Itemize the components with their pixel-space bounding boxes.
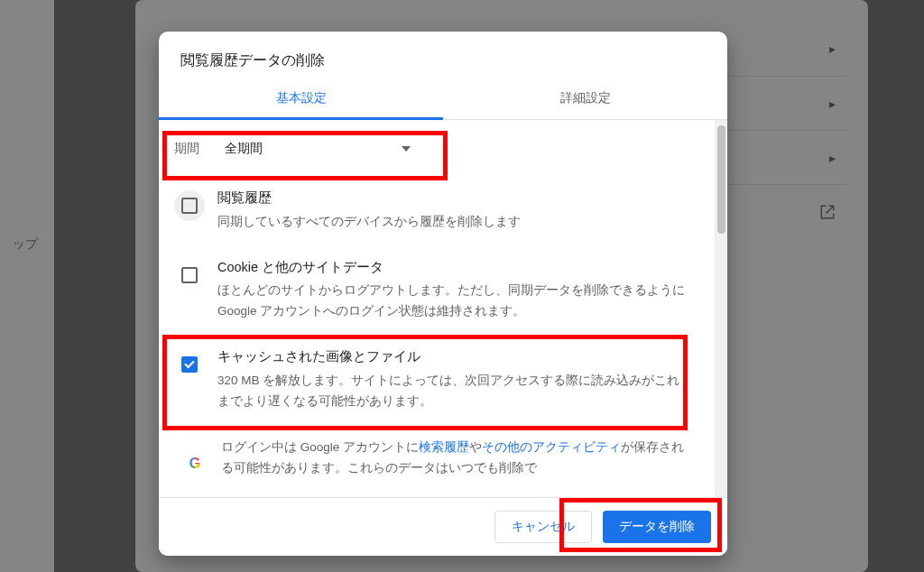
checkbox-history[interactable] (174, 190, 205, 221)
period-label: 期間 (171, 141, 199, 157)
dialog-footer: キャンセル データを削除 (159, 497, 727, 556)
tab-advanced[interactable]: 詳細設定 (443, 79, 727, 119)
chevron-down-icon (402, 146, 411, 152)
scrollbar-thumb[interactable] (717, 125, 725, 234)
checkbox-cache[interactable] (174, 349, 205, 380)
account-info-row: G ログイン中は Google アカウントに検索履歴やその他のアクティビティが保… (160, 427, 714, 479)
dialog-scroll-area[interactable]: 期間 全期間 閲覧履歴 同期しているすべてのデバイスから履歴を削除します (159, 120, 715, 497)
account-info-text: ログイン中は Google アカウントに検索履歴やその他のアクティビティが保存さ… (221, 438, 692, 479)
cancel-button[interactable]: キャンセル (494, 511, 592, 543)
period-select[interactable]: 全期間 (214, 133, 421, 165)
option-desc: 320 MB を解放します。サイトによっては、次回アクセスする際に読み込みがこれ… (217, 371, 692, 412)
link-other-activity[interactable]: その他のアクティビティ (482, 440, 621, 454)
google-logo-icon: G (185, 454, 205, 474)
vertical-scrollbar[interactable] (715, 120, 727, 497)
option-desc: 同期しているすべてのデバイスから履歴を削除します (217, 212, 692, 233)
clear-browsing-data-dialog: 閲覧履歴データの削除 基本設定 詳細設定 期間 全期間 閲覧履歴 同期しているす… (159, 32, 727, 556)
dialog-tabs: 基本設定 詳細設定 (159, 79, 727, 120)
tab-basic[interactable]: 基本設定 (159, 79, 443, 119)
period-select-value: 全期間 (225, 141, 263, 157)
dialog-title: 閲覧履歴データの削除 (159, 32, 727, 79)
checkbox-cookies[interactable] (174, 260, 205, 291)
dialog-body: 期間 全期間 閲覧履歴 同期しているすべてのデバイスから履歴を削除します (159, 120, 727, 497)
check-icon (184, 358, 194, 368)
link-search-history[interactable]: 検索履歴 (419, 440, 469, 454)
option-title: Cookie と他のサイトデータ (217, 258, 692, 278)
option-desc: ほとんどのサイトからログアウトします。ただし、同期データを削除できるように Go… (217, 281, 692, 322)
option-title: キャッシュされた画像とファイル (217, 347, 692, 367)
option-title: 閲覧履歴 (217, 189, 692, 208)
delete-data-button[interactable]: データを削除 (603, 511, 711, 543)
option-cache: キャッシュされた画像とファイル 320 MB を解放します。サイトによっては、次… (160, 337, 714, 427)
option-cookies: Cookie と他のサイトデータ ほとんどのサイトからログアウトします。ただし、… (160, 247, 714, 337)
period-row: 期間 全期間 (160, 120, 714, 178)
option-browsing-history: 閲覧履歴 同期しているすべてのデバイスから履歴を削除します (160, 178, 714, 247)
